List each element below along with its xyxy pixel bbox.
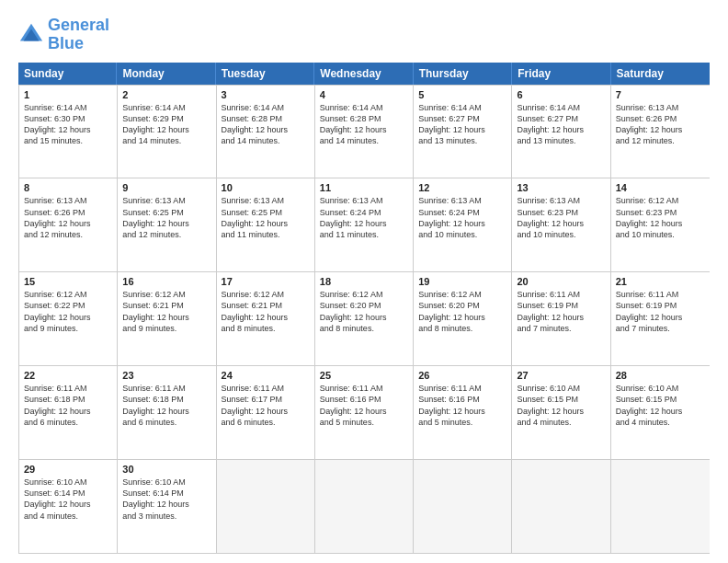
day-number: 12 bbox=[418, 182, 506, 193]
calendar-cell: 22Sunrise: 6:11 AMSunset: 6:18 PMDayligh… bbox=[19, 366, 118, 459]
calendar-cell: 11Sunrise: 6:13 AMSunset: 6:24 PMDayligh… bbox=[315, 178, 414, 271]
calendar-cell: 7Sunrise: 6:13 AMSunset: 6:26 PMDaylight… bbox=[611, 86, 710, 178]
calendar-cell: 19Sunrise: 6:12 AMSunset: 6:20 PMDayligh… bbox=[414, 272, 512, 365]
header-day-saturday: Saturday bbox=[611, 63, 710, 85]
cell-text: Sunrise: 6:13 AMSunset: 6:26 PMDaylight:… bbox=[24, 195, 112, 240]
calendar-cell: 4Sunrise: 6:14 AMSunset: 6:28 PMDaylight… bbox=[315, 86, 414, 178]
calendar-cell: 21Sunrise: 6:11 AMSunset: 6:19 PMDayligh… bbox=[611, 272, 710, 365]
cell-text: Sunrise: 6:10 AMSunset: 6:14 PMDaylight:… bbox=[122, 477, 210, 522]
cell-text: Sunrise: 6:12 AMSunset: 6:22 PMDaylight:… bbox=[24, 289, 112, 334]
calendar-cell: 3Sunrise: 6:14 AMSunset: 6:28 PMDaylight… bbox=[217, 86, 315, 178]
day-number: 26 bbox=[418, 370, 506, 381]
calendar-cell bbox=[315, 460, 414, 553]
calendar-cell bbox=[512, 460, 610, 553]
day-number: 24 bbox=[222, 370, 310, 381]
calendar-row-1: 8Sunrise: 6:13 AMSunset: 6:26 PMDaylight… bbox=[19, 178, 710, 272]
cell-text: Sunrise: 6:11 AMSunset: 6:17 PMDaylight:… bbox=[222, 383, 310, 428]
calendar-cell: 30Sunrise: 6:10 AMSunset: 6:14 PMDayligh… bbox=[118, 460, 216, 553]
day-number: 29 bbox=[24, 464, 112, 475]
day-number: 13 bbox=[517, 182, 605, 193]
calendar-cell: 9Sunrise: 6:13 AMSunset: 6:25 PMDaylight… bbox=[118, 178, 216, 271]
cell-text: Sunrise: 6:10 AMSunset: 6:15 PMDaylight:… bbox=[517, 383, 605, 428]
cell-text: Sunrise: 6:14 AMSunset: 6:29 PMDaylight:… bbox=[122, 102, 210, 147]
cell-text: Sunrise: 6:11 AMSunset: 6:16 PMDaylight:… bbox=[418, 383, 506, 428]
day-number: 15 bbox=[24, 276, 112, 287]
cell-text: Sunrise: 6:11 AMSunset: 6:16 PMDaylight:… bbox=[320, 383, 408, 428]
calendar-cell: 1Sunrise: 6:14 AMSunset: 6:30 PMDaylight… bbox=[19, 86, 118, 178]
calendar-body: 1Sunrise: 6:14 AMSunset: 6:30 PMDaylight… bbox=[18, 85, 710, 554]
calendar-cell: 24Sunrise: 6:11 AMSunset: 6:17 PMDayligh… bbox=[217, 366, 315, 459]
calendar-cell: 18Sunrise: 6:12 AMSunset: 6:20 PMDayligh… bbox=[315, 272, 414, 365]
cell-text: Sunrise: 6:14 AMSunset: 6:27 PMDaylight:… bbox=[517, 102, 605, 147]
day-number: 27 bbox=[517, 370, 605, 381]
day-number: 18 bbox=[320, 276, 408, 287]
header-day-wednesday: Wednesday bbox=[314, 63, 413, 85]
day-number: 6 bbox=[517, 89, 605, 100]
day-number: 16 bbox=[122, 276, 210, 287]
calendar-cell: 10Sunrise: 6:13 AMSunset: 6:25 PMDayligh… bbox=[217, 178, 315, 271]
day-number: 7 bbox=[616, 89, 705, 100]
day-number: 21 bbox=[616, 276, 705, 287]
day-number: 22 bbox=[24, 370, 112, 381]
day-number: 14 bbox=[616, 182, 705, 193]
day-number: 2 bbox=[122, 89, 210, 100]
calendar-cell: 8Sunrise: 6:13 AMSunset: 6:26 PMDaylight… bbox=[19, 178, 118, 271]
cell-text: Sunrise: 6:11 AMSunset: 6:18 PMDaylight:… bbox=[122, 383, 210, 428]
cell-text: Sunrise: 6:11 AMSunset: 6:19 PMDaylight:… bbox=[517, 289, 605, 334]
day-number: 23 bbox=[122, 370, 210, 381]
cell-text: Sunrise: 6:14 AMSunset: 6:27 PMDaylight:… bbox=[418, 102, 506, 147]
day-number: 17 bbox=[222, 276, 310, 287]
calendar-cell: 25Sunrise: 6:11 AMSunset: 6:16 PMDayligh… bbox=[315, 366, 414, 459]
cell-text: Sunrise: 6:10 AMSunset: 6:14 PMDaylight:… bbox=[24, 477, 112, 522]
day-number: 28 bbox=[616, 370, 705, 381]
cell-text: Sunrise: 6:13 AMSunset: 6:26 PMDaylight:… bbox=[616, 102, 705, 147]
calendar-cell: 12Sunrise: 6:13 AMSunset: 6:24 PMDayligh… bbox=[414, 178, 512, 271]
logo: General Blue bbox=[18, 17, 109, 53]
calendar-row-4: 29Sunrise: 6:10 AMSunset: 6:14 PMDayligh… bbox=[19, 460, 710, 554]
cell-text: Sunrise: 6:14 AMSunset: 6:30 PMDaylight:… bbox=[24, 102, 112, 147]
calendar-cell: 27Sunrise: 6:10 AMSunset: 6:15 PMDayligh… bbox=[512, 366, 610, 459]
cell-text: Sunrise: 6:13 AMSunset: 6:23 PMDaylight:… bbox=[517, 195, 605, 240]
logo-text: General Blue bbox=[48, 17, 109, 53]
day-number: 3 bbox=[222, 89, 310, 100]
calendar-cell bbox=[611, 460, 710, 553]
cell-text: Sunrise: 6:12 AMSunset: 6:20 PMDaylight:… bbox=[418, 289, 506, 334]
calendar-cell: 26Sunrise: 6:11 AMSunset: 6:16 PMDayligh… bbox=[414, 366, 512, 459]
calendar-cell: 14Sunrise: 6:12 AMSunset: 6:23 PMDayligh… bbox=[611, 178, 710, 271]
calendar-cell: 29Sunrise: 6:10 AMSunset: 6:14 PMDayligh… bbox=[19, 460, 118, 553]
cell-text: Sunrise: 6:12 AMSunset: 6:21 PMDaylight:… bbox=[222, 289, 310, 334]
header-day-thursday: Thursday bbox=[414, 63, 512, 85]
header-day-sunday: Sunday bbox=[18, 63, 117, 85]
calendar-header: SundayMondayTuesdayWednesdayThursdayFrid… bbox=[18, 63, 710, 85]
cell-text: Sunrise: 6:13 AMSunset: 6:24 PMDaylight:… bbox=[320, 195, 408, 240]
page: General Blue SundayMondayTuesdayWednesda… bbox=[0, 0, 728, 563]
cell-text: Sunrise: 6:12 AMSunset: 6:23 PMDaylight:… bbox=[616, 195, 705, 240]
day-number: 5 bbox=[418, 89, 506, 100]
calendar-cell: 17Sunrise: 6:12 AMSunset: 6:21 PMDayligh… bbox=[217, 272, 315, 365]
cell-text: Sunrise: 6:13 AMSunset: 6:24 PMDaylight:… bbox=[418, 195, 506, 240]
logo-icon bbox=[18, 22, 44, 48]
cell-text: Sunrise: 6:11 AMSunset: 6:19 PMDaylight:… bbox=[616, 289, 705, 334]
day-number: 30 bbox=[122, 464, 210, 475]
calendar-row-3: 22Sunrise: 6:11 AMSunset: 6:18 PMDayligh… bbox=[19, 366, 710, 460]
calendar-cell: 6Sunrise: 6:14 AMSunset: 6:27 PMDaylight… bbox=[512, 86, 610, 178]
calendar-row-2: 15Sunrise: 6:12 AMSunset: 6:22 PMDayligh… bbox=[19, 272, 710, 366]
calendar: SundayMondayTuesdayWednesdayThursdayFrid… bbox=[18, 63, 710, 554]
cell-text: Sunrise: 6:14 AMSunset: 6:28 PMDaylight:… bbox=[320, 102, 408, 147]
header: General Blue bbox=[18, 17, 710, 53]
day-number: 11 bbox=[320, 182, 408, 193]
calendar-cell: 2Sunrise: 6:14 AMSunset: 6:29 PMDaylight… bbox=[118, 86, 216, 178]
calendar-row-0: 1Sunrise: 6:14 AMSunset: 6:30 PMDaylight… bbox=[19, 86, 710, 179]
calendar-cell: 16Sunrise: 6:12 AMSunset: 6:21 PMDayligh… bbox=[118, 272, 216, 365]
header-day-monday: Monday bbox=[117, 63, 215, 85]
calendar-cell: 5Sunrise: 6:14 AMSunset: 6:27 PMDaylight… bbox=[414, 86, 512, 178]
calendar-cell: 15Sunrise: 6:12 AMSunset: 6:22 PMDayligh… bbox=[19, 272, 118, 365]
cell-text: Sunrise: 6:11 AMSunset: 6:18 PMDaylight:… bbox=[24, 383, 112, 428]
day-number: 8 bbox=[24, 182, 112, 193]
cell-text: Sunrise: 6:10 AMSunset: 6:15 PMDaylight:… bbox=[616, 383, 705, 428]
day-number: 9 bbox=[122, 182, 210, 193]
day-number: 19 bbox=[418, 276, 506, 287]
cell-text: Sunrise: 6:13 AMSunset: 6:25 PMDaylight:… bbox=[222, 195, 310, 240]
cell-text: Sunrise: 6:13 AMSunset: 6:25 PMDaylight:… bbox=[122, 195, 210, 240]
day-number: 10 bbox=[222, 182, 310, 193]
